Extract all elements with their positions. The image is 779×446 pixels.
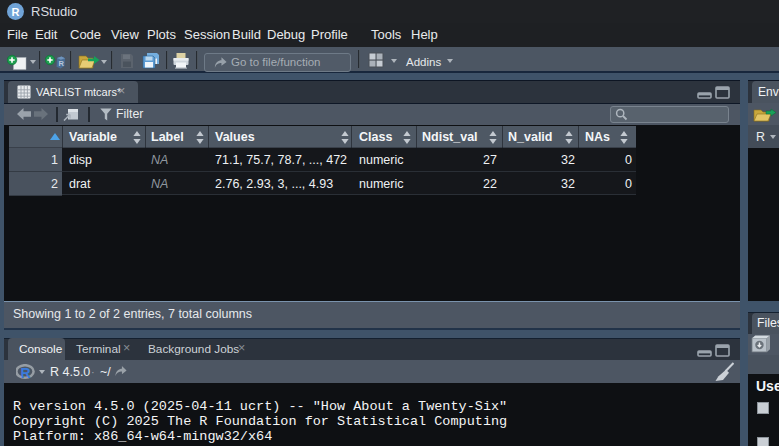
svg-text:R: R xyxy=(21,365,31,380)
svg-text:R: R xyxy=(58,59,64,68)
